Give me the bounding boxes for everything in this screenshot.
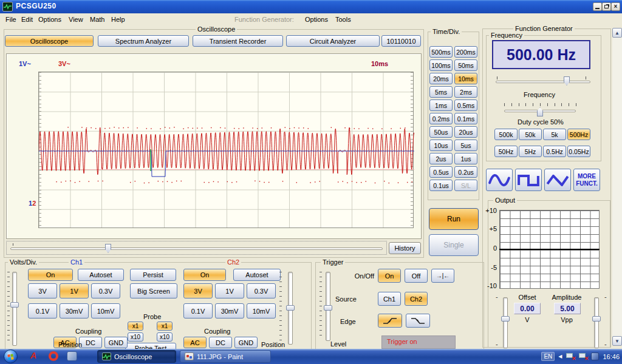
menu-file[interactable]: File xyxy=(4,15,18,24)
triangle-wave-button[interactable] xyxy=(544,169,571,191)
ch2-position-slider-thumb[interactable] xyxy=(286,305,295,311)
trigger-edge-falling-button[interactable] xyxy=(406,314,430,328)
timebase-button-200ms[interactable]: 200ms xyxy=(454,46,477,58)
sine-wave-button[interactable] xyxy=(486,169,513,191)
big-screen-button[interactable]: Big Screen xyxy=(130,283,177,298)
timebase-button-5us[interactable]: 5us xyxy=(454,140,477,151)
ch2-volts-button-0.3v[interactable]: 0.3V xyxy=(247,283,276,298)
timebase-button-5ms[interactable]: 5ms xyxy=(429,86,453,98)
timebase-button-1ms[interactable]: 1ms xyxy=(429,99,453,111)
restore-button[interactable] xyxy=(602,2,611,11)
ch1-volts-button-30mv[interactable]: 30mV xyxy=(60,303,89,318)
ch1-coupling-button-dc[interactable]: DC xyxy=(79,337,102,348)
ch1-position-slider[interactable] xyxy=(12,272,17,346)
menu-edit[interactable]: Edit xyxy=(19,15,35,24)
ch1-volts-button-0.3v[interactable]: 0.3V xyxy=(91,283,120,298)
timebase-button-0.5us[interactable]: 0.5us xyxy=(429,166,453,178)
range-button-500k[interactable]: 500k xyxy=(494,129,518,140)
menu-options[interactable]: Options xyxy=(36,15,63,24)
timebase-button-0.2ms[interactable]: 0.2ms xyxy=(429,113,453,124)
ch2-volts-button-30mv[interactable]: 30mV xyxy=(215,303,244,318)
scrollbar-down-button[interactable]: ▼ xyxy=(612,336,622,346)
task-paint[interactable]: 111.JPG - Paint xyxy=(180,350,271,363)
timebase-button-20us[interactable]: 20us xyxy=(454,126,477,138)
ch2-coupling-button-gnd[interactable]: GND xyxy=(234,337,258,348)
ch1-autoset-button[interactable]: Autoset xyxy=(78,269,124,281)
ch2-autoset-button[interactable]: Autoset xyxy=(233,269,281,281)
timebase-button-10us[interactable]: 10us xyxy=(429,140,453,151)
probe-x1-button-x1[interactable]: x1 xyxy=(157,322,173,331)
offset-slider[interactable] xyxy=(503,297,508,348)
timebase-button-10ms[interactable]: 10ms xyxy=(454,73,477,84)
tray-expand-icon[interactable]: ◀ xyxy=(558,354,562,359)
amplitude-slider-thumb[interactable] xyxy=(592,316,601,322)
trigger-source-ch1-button[interactable]: Ch1 xyxy=(378,292,401,306)
menu-help[interactable]: Help xyxy=(109,15,127,24)
timebase-button-20ms[interactable]: 20ms xyxy=(429,73,453,84)
fg-menu-tools[interactable]: Tools xyxy=(333,15,353,24)
trackbar-thumb[interactable] xyxy=(105,244,111,253)
range-button-50hz[interactable]: 50Hz xyxy=(494,146,518,157)
trigger-off-button[interactable]: Off xyxy=(405,269,428,283)
trigger-level-slider-thumb[interactable] xyxy=(324,305,332,311)
title-bar[interactable]: PCSGU250 × xyxy=(0,0,622,13)
timebase-button-0.2us[interactable]: 0.2us xyxy=(454,166,477,178)
run-button[interactable]: Run xyxy=(429,208,479,230)
tab-digital[interactable]: 10110010 xyxy=(381,35,421,47)
timebase-button-1us[interactable]: 1us xyxy=(454,153,477,164)
ch2-volts-button-10mv[interactable]: 10mV xyxy=(247,303,276,318)
tray-app-icon[interactable] xyxy=(591,352,599,360)
task-oscilloscope[interactable]: Oscilloscope xyxy=(97,350,176,363)
probe-x10-button-x10[interactable]: x10 xyxy=(157,332,173,342)
minimize-button[interactable] xyxy=(593,2,602,11)
timebase-button-2ms[interactable]: 2ms xyxy=(454,86,477,98)
timebase-button-0.1us[interactable]: 0.1us xyxy=(429,180,453,191)
language-indicator[interactable]: EN xyxy=(541,352,555,361)
tab-transient-recorder[interactable]: Transient Recorder xyxy=(193,35,283,47)
ch1-position-slider-thumb[interactable] xyxy=(10,302,19,308)
ch1-volts-button-0.1v[interactable]: 0.1V xyxy=(28,303,57,318)
ch1-volts-button-10mv[interactable]: 10mV xyxy=(91,303,120,318)
close-button[interactable]: × xyxy=(611,2,620,11)
fg-menu-options[interactable]: Options xyxy=(303,15,330,24)
ch2-on-button[interactable]: On xyxy=(183,269,226,281)
quicklaunch-opera-icon[interactable] xyxy=(49,351,58,361)
range-button-0.05hz[interactable]: 0.05Hz xyxy=(567,146,590,157)
more-functions-button[interactable]: MORE FUNCT. xyxy=(573,169,600,191)
start-button[interactable] xyxy=(4,349,18,363)
single-button[interactable]: Single xyxy=(429,234,479,256)
menu-view[interactable]: View xyxy=(67,15,85,24)
range-button-5hz[interactable]: 5Hz xyxy=(519,146,542,157)
ch1-on-button[interactable]: On xyxy=(28,269,73,281)
range-button-0.5hz[interactable]: 0.5Hz xyxy=(543,146,566,157)
frequency-slider[interactable] xyxy=(496,81,590,83)
range-button-5k[interactable]: 5k xyxy=(543,129,566,140)
network-icon-2[interactable]: ✕ xyxy=(578,352,587,360)
ch2-volts-button-0.1v[interactable]: 0.1V xyxy=(183,303,213,318)
range-button-500hz[interactable]: 500Hz xyxy=(567,129,590,140)
offset-slider-thumb[interactable] xyxy=(501,316,510,322)
ch1-coupling-button-gnd[interactable]: GND xyxy=(104,337,128,348)
network-icon-1[interactable]: ✕ xyxy=(566,352,575,360)
quicklaunch-app-icon[interactable] xyxy=(67,351,77,361)
scrollbar-up-button[interactable]: ▲ xyxy=(612,28,622,38)
trigger-source-ch2-button[interactable]: Ch2 xyxy=(405,292,428,306)
trigger-center-button[interactable]: →|← xyxy=(431,269,454,283)
timebase-button-50us[interactable]: 50us xyxy=(429,126,453,138)
ch2-coupling-button-dc[interactable]: DC xyxy=(209,337,232,348)
tab-circuit-analyzer[interactable]: Circuit Analyzer xyxy=(286,35,380,47)
trigger-edge-rising-button[interactable] xyxy=(378,314,402,328)
timebase-button-0.5ms[interactable]: 0.5ms xyxy=(454,99,477,111)
quicklaunch-a-icon[interactable]: A xyxy=(30,351,36,360)
ch2-volts-button-1v[interactable]: 1V xyxy=(215,283,244,298)
probe-x1-button-x1[interactable]: x1 xyxy=(128,322,143,331)
ch2-volts-button-3v[interactable]: 3V xyxy=(183,283,213,298)
timebase-button-100ms[interactable]: 100ms xyxy=(429,59,453,71)
timebase-button-500ms[interactable]: 500ms xyxy=(429,46,453,58)
persist-button[interactable]: Persist xyxy=(130,269,176,281)
ch2-coupling-button-ac[interactable]: AC xyxy=(183,337,207,348)
amplitude-slider[interactable] xyxy=(594,297,599,348)
probe-x10-button-x10[interactable]: x10 xyxy=(128,332,143,342)
timebase-button-2us[interactable]: 2us xyxy=(429,153,453,164)
menu-math[interactable]: Math xyxy=(88,15,106,24)
